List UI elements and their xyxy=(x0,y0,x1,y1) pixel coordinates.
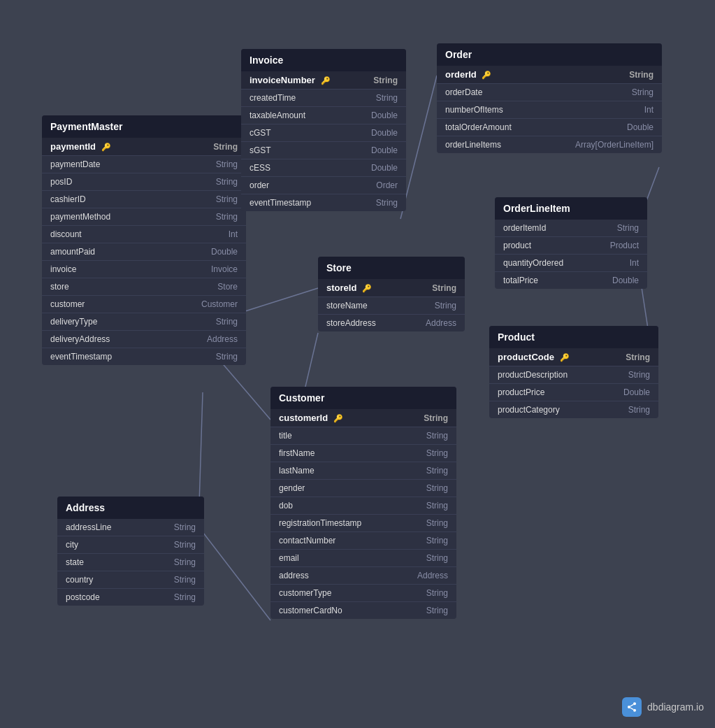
field-invoiceNumber: invoiceNumber 🔑 String xyxy=(241,71,406,90)
field-createdTime: createdTime String xyxy=(241,90,406,107)
table-customer: Customer customerId 🔑 String title Strin… xyxy=(270,387,456,619)
table-header-customer: Customer xyxy=(270,387,456,409)
svg-point-11 xyxy=(633,709,636,712)
svg-line-12 xyxy=(630,708,634,710)
field-orderId: orderId 🔑 String xyxy=(437,66,662,84)
field-numberOfItems: numberOfItems Int xyxy=(437,101,662,119)
field-eventTimestamp-inv: eventTimestamp String xyxy=(241,194,406,211)
field-city: city String xyxy=(57,536,204,554)
field-postcode: postcode String xyxy=(57,589,204,606)
field-storeName: storeName String xyxy=(318,297,465,315)
field-customerId: customerId 🔑 String xyxy=(270,409,456,427)
table-header-invoice: Invoice xyxy=(241,49,406,71)
table-header-payment-master: PaymentMaster xyxy=(42,115,246,138)
table-product: Product productCode 🔑 String productDesc… xyxy=(489,326,658,418)
table-invoice: Invoice invoiceNumber 🔑 String createdTi… xyxy=(241,49,406,211)
svg-point-9 xyxy=(633,702,636,705)
field-customer: customer Customer xyxy=(42,296,246,313)
field-paymentMethod: paymentMethod String xyxy=(42,208,246,226)
table-header-order-line-item: OrderLineItem xyxy=(495,197,647,220)
table-store: Store storeId 🔑 String storeName String … xyxy=(318,257,465,331)
field-sGST: sGST Double xyxy=(241,142,406,159)
field-cESS: cESS Double xyxy=(241,159,406,177)
field-address-cust: address Address xyxy=(270,567,456,585)
brand: dbdiagram.io xyxy=(622,697,704,717)
field-productPrice: productPrice Double xyxy=(489,384,658,401)
field-customerCardNo: customerCardNo String xyxy=(270,602,456,619)
table-payment-master: PaymentMaster paymentId 🔑 String payment… xyxy=(42,115,246,365)
field-invoice: invoice Invoice xyxy=(42,261,246,278)
table-address: Address addressLine String city String s… xyxy=(57,497,204,606)
field-contactNumber: contactNumber String xyxy=(270,532,456,550)
table-header-address: Address xyxy=(57,497,204,519)
field-taxableAmount: taxableAmount Double xyxy=(241,107,406,124)
field-paymentId: paymentId 🔑 String xyxy=(42,138,246,156)
brand-text: dbdiagram.io xyxy=(647,701,704,713)
table-order: Order orderId 🔑 String orderDate String … xyxy=(437,43,662,153)
field-orderDate: orderDate String xyxy=(437,84,662,101)
field-productDescription: productDescription String xyxy=(489,366,658,384)
field-state: state String xyxy=(57,554,204,571)
field-gender: gender String xyxy=(270,480,456,497)
field-store: store Store xyxy=(42,278,246,296)
field-storeAddress: storeAddress Address xyxy=(318,315,465,331)
svg-point-10 xyxy=(628,706,630,708)
table-header-product: Product xyxy=(489,326,658,348)
field-totalPrice: totalPrice Double xyxy=(495,272,647,289)
field-registrationTimestamp: registrationTimestamp String xyxy=(270,515,456,532)
svg-line-13 xyxy=(630,704,634,706)
field-discount: discount Int xyxy=(42,226,246,243)
table-order-line-item: OrderLineItem orderItemId String product… xyxy=(495,197,647,289)
field-deliveryAddress: deliveryAddress Address xyxy=(42,331,246,348)
field-eventTimestamp-pm: eventTimestamp String xyxy=(42,348,246,365)
field-deliveryType: deliveryType String xyxy=(42,313,246,331)
field-cashierID: cashierID String xyxy=(42,191,246,208)
field-orderItemId: orderItemId String xyxy=(495,220,647,237)
field-firstName: firstName String xyxy=(270,445,456,462)
field-paymentDate: paymentDate String xyxy=(42,156,246,173)
field-order: order Order xyxy=(241,177,406,194)
field-country: country String xyxy=(57,571,204,589)
field-email: email String xyxy=(270,550,456,567)
field-quantityOrdered: quantityOrdered Int xyxy=(495,255,647,272)
field-lastName: lastName String xyxy=(270,462,456,480)
table-header-store: Store xyxy=(318,257,465,279)
field-storeId: storeId 🔑 String xyxy=(318,279,465,297)
field-productCode: productCode 🔑 String xyxy=(489,348,658,366)
field-totalOrderAmount: totalOrderAmount Double xyxy=(437,119,662,136)
table-header-order: Order xyxy=(437,43,662,66)
field-amountPaid: amountPaid Double xyxy=(42,243,246,261)
field-title: title String xyxy=(270,427,456,445)
field-orderLineItems: orderLineItems Array[OrderLineItem] xyxy=(437,136,662,153)
field-productCategory: productCategory String xyxy=(489,401,658,418)
field-addressLine: addressLine String xyxy=(57,519,204,536)
field-dob: dob String xyxy=(270,497,456,515)
field-customerType: customerType String xyxy=(270,585,456,602)
field-cGST: cGST Double xyxy=(241,124,406,142)
field-posID: posID String xyxy=(42,173,246,191)
brand-icon xyxy=(622,697,642,717)
svg-line-8 xyxy=(198,527,270,620)
field-product-oli: product Product xyxy=(495,237,647,255)
